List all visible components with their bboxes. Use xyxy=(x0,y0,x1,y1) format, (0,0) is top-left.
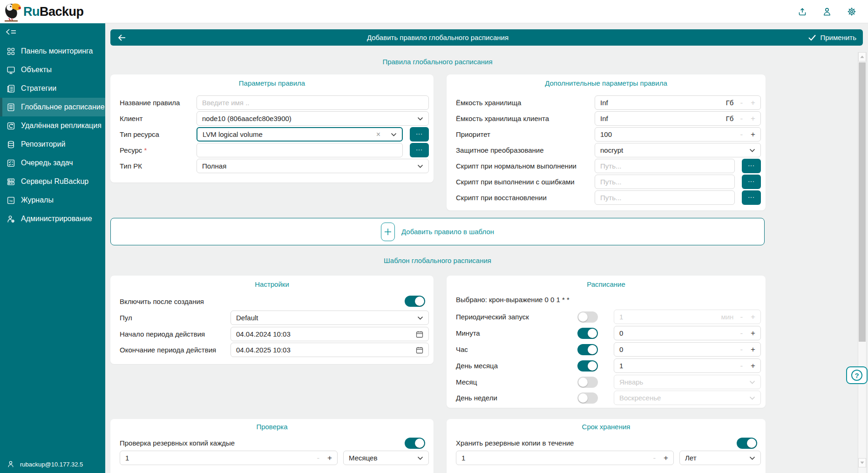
increment-button[interactable]: + xyxy=(751,361,755,371)
task-checklist-icon xyxy=(7,159,15,168)
decrement-button[interactable]: - xyxy=(740,345,743,354)
resource-type-value: LVM logical volume xyxy=(203,130,376,138)
priority-label: Приоритет xyxy=(456,127,490,142)
storage-capacity-input[interactable] xyxy=(600,99,726,107)
sidebar-item-global-schedule[interactable]: Глобальное расписание xyxy=(0,98,105,116)
day-of-week-toggle[interactable] xyxy=(577,392,598,404)
month-select[interactable]: Январь xyxy=(614,375,761,389)
month-toggle[interactable] xyxy=(577,377,598,388)
resource-input[interactable] xyxy=(202,146,397,154)
scroll-down-button[interactable] xyxy=(858,458,866,467)
collapse-sidebar-icon[interactable] xyxy=(6,28,17,36)
retention-interval-input[interactable] xyxy=(461,454,653,462)
apply-button[interactable]: Применить xyxy=(808,29,856,46)
database-icon xyxy=(7,140,15,149)
client-storage-capacity-input[interactable] xyxy=(600,115,726,122)
decrement-button[interactable]: - xyxy=(740,361,743,371)
admin-user-gear-icon xyxy=(7,215,15,223)
rule-name-input[interactable] xyxy=(202,99,423,107)
decrement-button[interactable]: - xyxy=(740,130,743,139)
period-end-input[interactable] xyxy=(236,346,416,354)
back-button[interactable] xyxy=(116,33,127,42)
minute-input[interactable] xyxy=(619,329,740,337)
increment-button[interactable]: + xyxy=(664,453,668,463)
sidebar-item-repository[interactable]: Репозиторий xyxy=(0,135,105,154)
increment-button[interactable]: + xyxy=(751,345,755,354)
priority-input[interactable] xyxy=(600,130,740,138)
resource-type-browse-button[interactable]: ... xyxy=(410,127,429,142)
verification-unit-select[interactable]: Месяцев xyxy=(343,451,429,465)
backup-type-select[interactable]: Полная xyxy=(197,159,429,173)
sidebar-item-remote-replication[interactable]: Удалённая репликация xyxy=(0,116,105,135)
increment-button[interactable]: + xyxy=(751,312,755,322)
vertical-scrollbar[interactable] xyxy=(858,52,867,473)
client-select[interactable]: node10 (806aacefc80e3900) xyxy=(197,111,429,126)
user-profile-icon[interactable] xyxy=(822,7,832,17)
increment-button[interactable]: + xyxy=(751,114,755,123)
crypto-value: nocrypt xyxy=(600,146,746,154)
pool-select[interactable]: Default xyxy=(231,311,429,325)
increment-button[interactable]: + xyxy=(751,98,755,108)
sidebar-item-dashboard[interactable]: Панель мониторинга xyxy=(0,42,105,61)
hour-toggle[interactable] xyxy=(577,344,598,355)
sidebar-item-administration[interactable]: Администрирование xyxy=(0,209,105,228)
retention-toggle[interactable] xyxy=(737,438,757,449)
decrement-button[interactable]: - xyxy=(740,114,743,123)
script-error-input[interactable] xyxy=(600,178,729,186)
verification-toggle[interactable] xyxy=(405,438,425,449)
sidebar-item-logs[interactable]: log Журналы xyxy=(0,191,105,209)
decrement-button[interactable]: - xyxy=(653,453,656,463)
minute-toggle[interactable] xyxy=(577,328,598,339)
decrement-button[interactable]: - xyxy=(740,98,743,108)
calendar-icon[interactable] xyxy=(416,346,423,354)
sidebar-item-strategies[interactable]: Стратегии xyxy=(0,79,105,98)
resource-browse-button[interactable]: ... xyxy=(410,143,429,157)
scroll-up-button[interactable] xyxy=(858,52,866,61)
script-ok-input[interactable] xyxy=(600,162,729,170)
script-error-label: Скрипт при выполнении с ошибками xyxy=(456,175,575,189)
periodic-run-input[interactable] xyxy=(619,313,721,321)
rule-name-label: Название правила xyxy=(120,95,180,110)
day-of-week-select[interactable]: Воскресенье xyxy=(614,391,761,405)
period-start-input[interactable] xyxy=(236,330,416,338)
increment-button[interactable]: + xyxy=(327,453,332,463)
retention-unit-value: Лет xyxy=(685,454,746,462)
crypto-select[interactable]: nocrypt xyxy=(595,143,761,157)
decrement-button[interactable]: - xyxy=(740,329,743,338)
sidebar-item-servers[interactable]: Серверы RuBackup xyxy=(0,172,105,191)
user-icon xyxy=(7,460,15,468)
increment-button[interactable]: + xyxy=(751,130,755,139)
enable-after-creation-toggle[interactable] xyxy=(405,296,425,307)
import-upload-icon[interactable] xyxy=(797,7,807,17)
clear-icon[interactable]: × xyxy=(376,130,380,139)
periodic-run-toggle[interactable] xyxy=(577,311,598,323)
calendar-icon[interactable] xyxy=(416,331,423,338)
extra-params-title: Дополнительные параметры правила xyxy=(447,79,766,87)
day-of-month-toggle[interactable] xyxy=(577,360,598,372)
script-ok-browse-button[interactable]: ... xyxy=(742,159,761,173)
sidebar-item-objects[interactable]: Объекты xyxy=(0,61,105,79)
scrollbar-thumb[interactable] xyxy=(859,62,866,342)
gear-icon[interactable] xyxy=(847,7,857,17)
resource-type-combobox[interactable]: LVM logical volume × xyxy=(197,127,403,142)
decrement-button[interactable]: - xyxy=(317,453,319,463)
day-of-month-input[interactable] xyxy=(619,362,740,370)
script-restore-label: Скрипт при восстановлении xyxy=(456,190,547,205)
increment-button[interactable]: + xyxy=(751,329,755,338)
sidebar-item-task-queue[interactable]: Очередь задач xyxy=(0,154,105,172)
script-restore-browse-button[interactable]: ... xyxy=(742,190,761,205)
add-rule-to-template-button[interactable]: Добавить правило в шаблон xyxy=(110,218,765,245)
help-button[interactable]: ? xyxy=(846,366,868,384)
sidebar-item-label: Глобальное расписание xyxy=(21,103,105,111)
day-of-week-label: День недели xyxy=(456,391,497,405)
script-restore-input[interactable] xyxy=(600,194,729,202)
chevron-down-icon[interactable] xyxy=(391,133,397,136)
retention-unit-select[interactable]: Лет xyxy=(679,451,761,465)
client-storage-capacity-unit: Гб xyxy=(726,115,734,122)
logo-text-backup: Backup xyxy=(40,5,84,19)
script-error-browse-button[interactable]: ... xyxy=(742,175,761,189)
verification-interval-input[interactable] xyxy=(125,454,317,462)
client-storage-capacity-field: Гб - + xyxy=(595,111,761,126)
decrement-button[interactable]: - xyxy=(740,312,743,322)
hour-input[interactable] xyxy=(619,345,740,353)
